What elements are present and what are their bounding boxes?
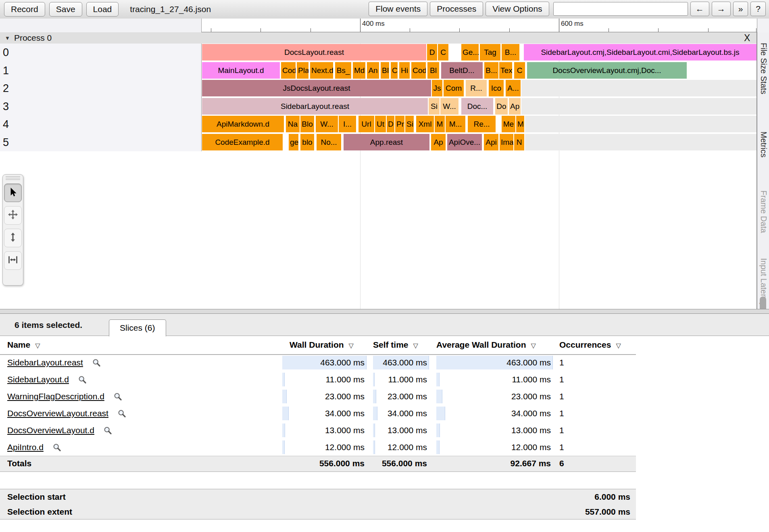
find-previous-button[interactable]: ← — [690, 2, 709, 16]
timeline-slice[interactable]: Ima — [500, 134, 513, 150]
column-header-self-time[interactable]: Self time▽ — [373, 336, 418, 354]
timeline-slice[interactable]: Pla — [297, 62, 308, 79]
vertical-zoom-tool-button[interactable] — [4, 229, 22, 247]
timeline-slice[interactable]: Blo — [300, 116, 314, 132]
timeline-slice[interactable]: R... — [466, 80, 487, 96]
timeline-slice[interactable]: DocsLayout.reast — [202, 44, 426, 61]
panel-splitter[interactable] — [0, 309, 769, 314]
timing-tool-button[interactable] — [4, 251, 22, 270]
timeline-slice[interactable]: Do — [495, 98, 508, 115]
timeline-slice[interactable]: A... — [506, 80, 521, 96]
tab-slices[interactable]: Slices (6) — [109, 319, 166, 336]
timeline-slice[interactable]: Si — [405, 116, 414, 132]
timeline-slice[interactable]: Bs_ — [335, 62, 351, 79]
load-button[interactable]: Load — [86, 2, 119, 17]
sidebar-tab-file-size-stats[interactable]: File Size Stats — [759, 43, 768, 94]
find-next-button[interactable]: → — [712, 2, 731, 16]
timeline-slice[interactable]: N — [514, 134, 524, 150]
save-button[interactable]: Save — [49, 2, 82, 17]
palette-drag-handle[interactable] — [6, 176, 20, 181]
column-header-occurrences[interactable]: Occurrences▽ — [559, 336, 621, 354]
slice-name-link[interactable]: ApiIntro.d — [7, 442, 44, 452]
view-options-button[interactable]: View Options — [486, 2, 549, 16]
timeline-slice[interactable]: D — [387, 116, 394, 132]
processes-button[interactable]: Processes — [430, 2, 483, 16]
more-options-button[interactable]: » — [733, 2, 748, 16]
slice-name-link[interactable]: DocsOverviewLayout.d — [7, 426, 94, 435]
timeline-slice[interactable]: B... — [502, 44, 519, 61]
timeline-slice[interactable]: SidebarLayout.reast — [202, 98, 428, 115]
timeline-slice[interactable]: Url — [358, 116, 374, 132]
timeline-slice[interactable]: Tag — [480, 44, 500, 61]
timeline-slice[interactable]: C — [438, 44, 448, 61]
timeline-slice[interactable]: Next.d — [310, 62, 333, 79]
timeline-slice[interactable]: CodeExample.d — [202, 134, 283, 150]
magnifier-icon[interactable] — [113, 392, 122, 401]
slice-name-link[interactable]: SidebarLayout.reast — [7, 358, 83, 367]
collapse-arrow-icon[interactable]: ▼ — [5, 35, 10, 41]
slice-name-link[interactable]: SidebarLayout.d — [7, 375, 69, 384]
timeline-slice[interactable]: Bl — [381, 62, 389, 79]
timeline-slice[interactable]: Com — [444, 80, 464, 96]
timeline-slice[interactable]: App.reast — [344, 134, 429, 150]
record-button[interactable]: Record — [4, 2, 45, 17]
timeline-slice[interactable]: M — [516, 116, 524, 132]
timeline-slice[interactable]: DocsOverviewLayout.cmj,Doc... — [527, 62, 687, 79]
timeline-slice[interactable]: Ap — [509, 98, 521, 115]
timeline-slice[interactable]: Ico — [489, 80, 504, 96]
timeline-slice[interactable]: Js — [432, 80, 442, 96]
find-input[interactable] — [553, 2, 688, 16]
timeline-slice[interactable]: M... — [446, 116, 465, 132]
timeline-slice[interactable]: No... — [317, 134, 341, 150]
close-process-button[interactable]: X — [744, 33, 750, 44]
timeline-slice[interactable]: Me — [502, 116, 515, 132]
timeline-slice[interactable]: Cod — [281, 62, 296, 79]
flow-events-button[interactable]: Flow events — [369, 2, 427, 16]
timeline-slice[interactable]: D — [427, 44, 437, 61]
sidebar-tab-metrics[interactable]: Metrics — [759, 131, 768, 157]
timeline-slice[interactable]: Si — [429, 98, 440, 115]
timeline-slice[interactable]: Api — [484, 134, 498, 150]
magnifier-icon[interactable] — [103, 426, 112, 435]
timeline-slice[interactable]: Ge... — [461, 44, 479, 61]
timeline-slice[interactable]: blo — [300, 134, 314, 150]
timeline-slice[interactable]: Tex — [499, 62, 512, 79]
timeline-slice[interactable]: JsDocsLayout.reast — [202, 80, 431, 96]
timeline-slice[interactable]: Re... — [468, 116, 496, 132]
magnifier-icon[interactable] — [92, 358, 101, 367]
timeline-slice[interactable]: Pr — [395, 116, 404, 132]
timeline-slice[interactable]: C — [514, 62, 525, 79]
timeline-slice[interactable]: Cod — [411, 62, 426, 79]
timeline-slice[interactable]: ApiOve... — [447, 134, 482, 150]
timeline-slice[interactable]: C — [391, 62, 398, 79]
timeline-slice[interactable]: ge — [289, 134, 298, 150]
timeline-slice[interactable]: B... — [484, 62, 498, 79]
timeline-slice[interactable]: Ut — [375, 116, 386, 132]
timeline-slice[interactable]: Doc... — [461, 98, 493, 115]
slice-name-link[interactable]: WarningFlagDescription.d — [7, 392, 104, 401]
magnifier-icon[interactable] — [52, 443, 61, 452]
column-header-name[interactable]: Name▽ — [7, 336, 40, 354]
timeline-slice[interactable]: Md — [353, 62, 365, 79]
timeline-slice[interactable]: Ap — [431, 134, 446, 150]
timeline-slice[interactable]: W... — [440, 98, 458, 115]
timeline-slice[interactable]: M — [435, 116, 445, 132]
column-header-wall-duration[interactable]: Wall Duration▽ — [290, 336, 354, 354]
magnifier-icon[interactable] — [117, 409, 126, 418]
timeline-slice[interactable]: ApiMarkdown.d — [202, 116, 284, 132]
timeline-slice[interactable]: BeltD... — [441, 62, 483, 79]
timeline-slice[interactable]: Na — [286, 116, 300, 132]
timeline-slice[interactable]: Bl — [427, 62, 439, 79]
sidebar-tab-frame-data[interactable]: Frame Data — [759, 190, 768, 233]
timeline-slice[interactable]: Hi — [399, 62, 410, 79]
timeline-slice[interactable]: W... — [316, 116, 338, 132]
timeline-slice[interactable]: An — [367, 62, 379, 79]
selection-tool-button[interactable] — [4, 184, 22, 202]
timeline-slice[interactable]: SidebarLayout.cmj,SidebarLayout.cmi,Side… — [524, 44, 756, 61]
timeline-slice[interactable]: Xml — [416, 116, 434, 132]
help-button[interactable]: ? — [750, 2, 766, 16]
pan-tool-button[interactable] — [4, 206, 22, 225]
timeline-slice[interactable]: MainLayout.d — [202, 62, 280, 79]
timeline-slice[interactable]: I... — [339, 116, 356, 132]
magnifier-icon[interactable] — [78, 375, 87, 384]
